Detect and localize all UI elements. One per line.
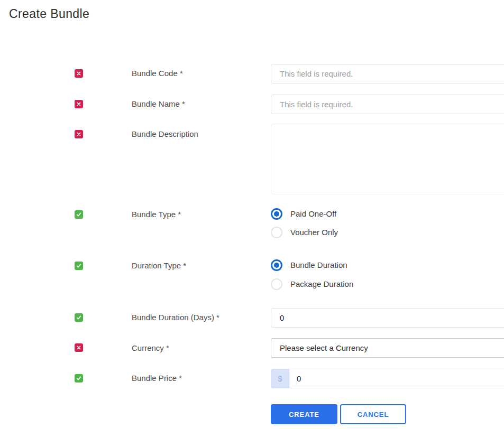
radio-paid-one-off-label[interactable]: Paid One-Off [290, 208, 336, 220]
error-x-icon [75, 130, 83, 138]
bundle-description-textarea[interactable] [271, 124, 504, 194]
create-button[interactable]: CREATE [271, 404, 337, 424]
radio-paid-one-off[interactable] [271, 208, 282, 220]
bundle-code-label: Bundle Code * [132, 68, 183, 79]
radio-voucher-only[interactable] [271, 227, 282, 238]
valid-check-icon [75, 313, 83, 322]
bundle-type-label: Bundle Type * [132, 209, 181, 220]
bundle-duration-days-label: Bundle Duration (Days) * [132, 312, 219, 323]
currency-label: Currency * [132, 342, 169, 354]
cancel-button[interactable]: CANCEL [340, 404, 406, 424]
bundle-duration-days-input[interactable] [271, 308, 504, 328]
currency-select-value: Please select a Currency [280, 343, 368, 352]
radio-bundle-duration-label[interactable]: Bundle Duration [290, 259, 347, 271]
error-x-icon [75, 343, 83, 352]
radio-package-duration[interactable] [271, 278, 282, 290]
bundle-price-input[interactable] [289, 369, 504, 388]
bundle-name-input[interactable] [271, 95, 504, 114]
valid-check-icon [75, 210, 83, 219]
page-title: Create Bundle [9, 7, 89, 21]
currency-prefix-badge: $ [271, 369, 289, 388]
radio-voucher-only-label[interactable]: Voucher Only [290, 227, 338, 238]
radio-bundle-duration[interactable] [271, 259, 282, 271]
error-x-icon [75, 100, 83, 108]
valid-check-icon [75, 262, 83, 270]
bundle-description-label: Bundle Description [132, 128, 198, 140]
bundle-code-input[interactable] [271, 64, 504, 83]
bundle-price-label: Bundle Price * [132, 372, 182, 384]
valid-check-icon [75, 374, 83, 383]
currency-select[interactable]: Please select a Currency [271, 338, 504, 358]
error-x-icon [75, 69, 83, 78]
bundle-name-label: Bundle Name * [132, 98, 185, 110]
radio-package-duration-label[interactable]: Package Duration [290, 278, 353, 290]
duration-type-label: Duration Type * [132, 260, 186, 272]
create-bundle-page: Create Bundle Bundle Code * Bundle Name … [0, 0, 504, 429]
